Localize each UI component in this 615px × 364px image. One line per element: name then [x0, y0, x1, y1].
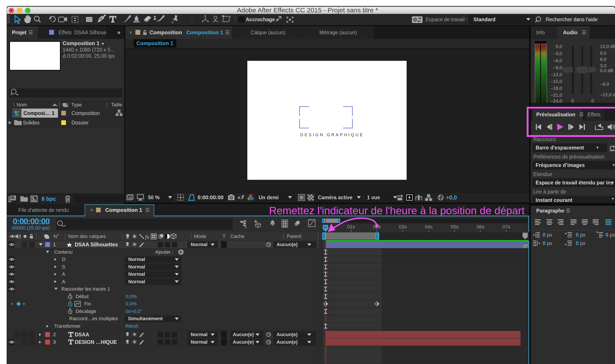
svg-text:fx: fx [145, 234, 149, 240]
